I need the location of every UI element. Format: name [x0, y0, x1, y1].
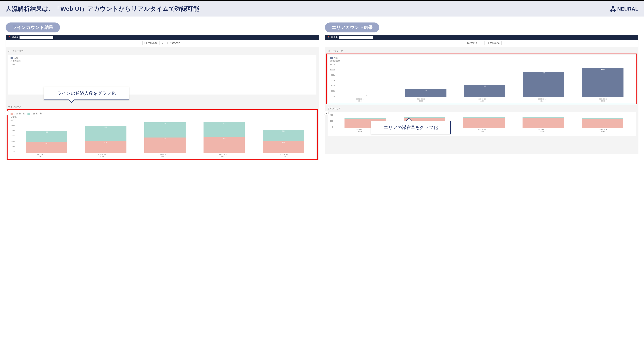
pin-icon: 📍 — [327, 36, 330, 39]
y-axis: 1200s1000s800s600s400s200s0s — [330, 63, 336, 97]
legend-item: 人物 表→裏 — [14, 112, 25, 115]
date-from-text: 2023/6/16 — [467, 42, 477, 44]
left-callout-text: ラインの通過人数をグラフ化 — [57, 91, 116, 96]
left-callout: ラインの通過人数をグラフ化 — [44, 87, 129, 100]
nav-prev-button[interactable]: ‹ — [324, 111, 329, 115]
right-box-chart: 1200s1000s800s600s400s200s0s 42844379101… — [330, 63, 634, 97]
x-axis-labels: 2023-06-1609:002023-06-1610:002023-06-16… — [330, 98, 634, 102]
date-from-input[interactable]: 2023/6/16 — [142, 41, 160, 45]
right-callout-text: エリアの滞在量をグラフ化 — [384, 125, 438, 130]
x-axis-labels: 2023-06-1609:002023-06-1610:002023-06-16… — [10, 154, 314, 157]
date-from-input[interactable]: 2023/6/16 — [462, 41, 479, 45]
left-box-ytitle: 総滞在時間 — [10, 60, 314, 63]
left-date-row: 2023/6/16 ～ 2023/6/16 — [6, 40, 319, 47]
right-column: エリアカウント結果 📍 拠点名 2023/6/16 ～ 2023/6/16 ボッ… — [325, 22, 638, 154]
right-date-row: 2023/6/16 ～ 2023/6/16 — [325, 40, 638, 47]
date-to-input[interactable]: 2023/6/16 — [165, 41, 182, 45]
calendar-icon — [464, 42, 466, 44]
left-panel: 📍 拠点名 2023/6/16 ～ 2023/6/16 ボックスエリア 人物 — [6, 35, 319, 160]
legend-item: 人物 — [14, 57, 18, 59]
calendar-icon — [487, 42, 489, 44]
plot-area: 400380550410540540540560400420 — [16, 119, 314, 153]
right-box-section-label: ボックスエリア — [325, 47, 638, 53]
right-panel: 📍 拠点名 2023/6/16 ～ 2023/6/16 ボックスエリア — [325, 35, 638, 154]
date-to-text: 2023/6/16 — [490, 42, 500, 44]
calendar-icon — [144, 42, 146, 44]
left-box-section-label: ボックスエリア — [6, 47, 319, 53]
page-title: 人流解析結果は、「Web UI」アカウントからリアルタイムで確認可能 — [6, 5, 199, 13]
date-separator: ～ — [481, 42, 483, 45]
legend-item: 人物 裏→表 — [31, 112, 42, 115]
left-box-ytick: 1200s — [10, 63, 314, 65]
left-line-ytitle: 横断数 — [10, 115, 314, 118]
left-box-legend: 人物 — [10, 57, 314, 59]
right-box-ytitle: 総滞在時間 — [330, 60, 634, 63]
brand: NEURAL — [610, 6, 638, 12]
y-axis: 120010008006004002000 — [10, 119, 16, 153]
right-panel-header: 📍 拠点名 — [325, 35, 638, 40]
loc-label: 拠点名 — [12, 36, 18, 39]
left-panel-header: 📍 拠点名 — [6, 35, 319, 40]
y-axis: 4002000 — [330, 114, 334, 128]
date-from-text: 2023/6/16 — [148, 42, 158, 44]
pin-icon: 📍 — [8, 36, 10, 39]
date-to-text: 2023/6/16 — [170, 42, 180, 44]
left-column: ラインカウント結果 📍 拠点名 2023/6/16 ～ 2023/6/16 ボッ… — [6, 22, 319, 160]
brand-text: NEURAL — [617, 6, 638, 12]
right-box-chart-card: 人物 総滞在時間 1200s1000s800s600s400s200s0s 42… — [328, 55, 636, 103]
left-line-chart: 120010008006004002000 400380550410540540… — [10, 119, 314, 153]
left-line-chart-card: 人物 表→裏 人物 裏→表 横断数 120010008006004002000 … — [8, 110, 316, 159]
date-to-input[interactable]: 2023/6/16 — [484, 41, 502, 45]
legend-item: 人物 — [334, 57, 338, 59]
location-input[interactable] — [339, 36, 373, 39]
title-band: 人流解析結果は、「Web UI」アカウントからリアルタイムで確認可能 NEURA… — [0, 1, 644, 16]
brand-logo-icon — [610, 6, 616, 12]
right-pill: エリアカウント結果 — [325, 22, 379, 32]
plot-area: 42844379101043 — [336, 63, 634, 97]
right-line-section-label: ラインエリア — [325, 104, 638, 111]
left-line-legend: 人物 表→裏 人物 裏→表 — [10, 112, 314, 115]
right-box-legend: 人物 — [330, 57, 634, 59]
calendar-icon — [167, 42, 169, 44]
loc-label: 拠点名 — [331, 36, 338, 39]
right-callout: エリアの滞在量をグラフ化 — [371, 121, 451, 134]
left-line-section-label: ラインエリア — [6, 102, 319, 109]
left-pill: ラインカウント結果 — [6, 22, 60, 32]
date-separator: ～ — [161, 42, 164, 45]
location-input[interactable] — [20, 36, 53, 39]
nav-prev-button[interactable]: ‹ — [4, 111, 9, 115]
